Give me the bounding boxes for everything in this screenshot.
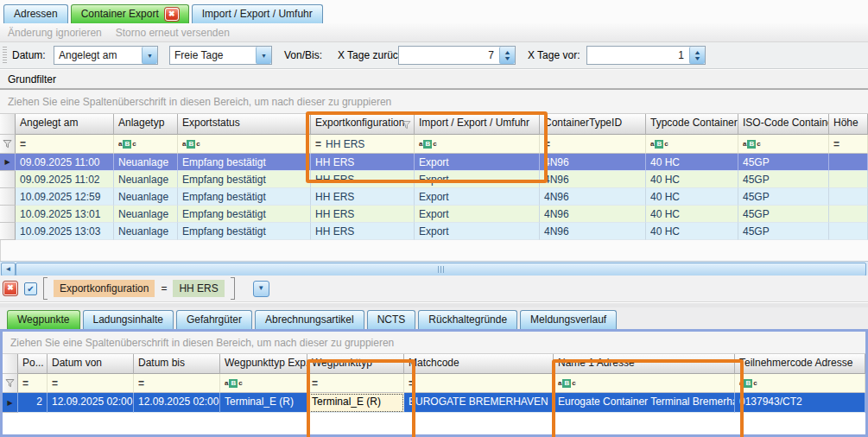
cell-datum-bis[interactable]: 12.09.2025 02:00 — [134, 393, 220, 413]
cell-iso-code-container[interactable]: 45GP — [738, 206, 829, 223]
cell-angelegt-am[interactable]: 10.09.2025 13:03 — [16, 223, 114, 240]
cell-exportkonfiguration[interactable]: HH ERS — [311, 206, 415, 223]
filter-cell-containertypeid[interactable]: = — [540, 135, 646, 154]
cell-angelegt-am[interactable]: 09.09.2025 11:02 — [16, 171, 114, 188]
equals-filter-icon[interactable]: = — [833, 138, 840, 150]
date-mode-combobox[interactable]: Freie Tage ▼ — [169, 46, 272, 65]
column-header-teilnehmercode-adresse[interactable]: Teilnehmercode Adresse — [735, 354, 865, 374]
filter-row-funnel-icon[interactable] — [0, 135, 16, 154]
detail-tab-r-ckhaltegr-nde[interactable]: Rückhaltegründe — [418, 310, 517, 329]
row-indicator-cell[interactable] — [0, 188, 16, 206]
contains-filter-icon[interactable]: aBc — [743, 140, 761, 149]
cell-exportstatus[interactable]: Empfang bestätigt — [178, 188, 311, 206]
contains-filter-icon[interactable]: aBc — [419, 140, 437, 149]
cell-typcode-container[interactable]: 40 HC — [646, 188, 738, 206]
column-header-datum-von[interactable]: Datum von — [48, 354, 134, 374]
equals-filter-icon[interactable]: = — [22, 377, 29, 390]
cell-h-he[interactable] — [829, 223, 868, 240]
detail-tab-gefahrg-ter[interactable]: Gefahrgüter — [176, 310, 252, 329]
filter-cell-datum-von[interactable]: = — [48, 374, 134, 393]
cell-typcode-container[interactable]: 40 HC — [646, 154, 738, 171]
column-header-datum-bis[interactable]: Datum bis — [134, 354, 220, 374]
chevron-down-icon[interactable]: ▼ — [256, 47, 271, 64]
tab-import-export-umfuhr[interactable]: Import / Export / Umfuhr — [192, 4, 323, 23]
column-header-exportkonfiguration[interactable]: Exportkonfiguration — [311, 114, 415, 135]
column-header-import-export-umfuhr[interactable]: Import / Export / Umfuhr — [415, 114, 540, 135]
remove-filter-button[interactable]: ✖ — [3, 281, 18, 296]
toolbar-action-nderung-ignorieren[interactable]: Änderung ignorieren — [8, 27, 102, 39]
scrollbar-thumb[interactable] — [16, 263, 866, 276]
filter-cell-iso-code-container[interactable]: aBc — [738, 135, 829, 154]
column-header-h-he[interactable]: Höhe — [829, 114, 868, 135]
filter-cell-po[interactable]: = — [18, 374, 48, 393]
column-header-name-1-adresse[interactable]: Name 1 Adresse — [554, 354, 735, 374]
filter-row-funnel-icon[interactable] — [3, 374, 18, 393]
column-header-exportstatus[interactable]: Exportstatus — [178, 114, 311, 135]
cell-iso-code-container[interactable]: 45GP — [738, 154, 829, 171]
filter-cell-matchcode[interactable]: = — [404, 374, 554, 393]
cell-containertypeid[interactable]: 4N96 — [540, 154, 646, 171]
spinner-icon[interactable]: ▲▼ — [689, 47, 705, 64]
filter-dropdown-button[interactable]: ▼ — [253, 281, 269, 297]
detail-tab-ladungsinhalte[interactable]: Ladungsinhalte — [83, 310, 174, 329]
cell-iso-code-container[interactable]: 45GP — [738, 171, 829, 188]
column-header-iso-code-container[interactable]: ISO-Code Container — [738, 114, 829, 135]
cell-typcode-container[interactable]: 40 HC — [646, 223, 738, 240]
cell-wegpunkttyp[interactable]: Terminal_E (R) — [307, 393, 404, 413]
tage-vor-input[interactable]: 1 ▲▼ — [586, 46, 706, 65]
detail-tab-meldungsverlauf[interactable]: Meldungsverlauf — [520, 310, 617, 329]
column-header-wegpunkttyp-exp[interactable]: Wegpunkttyp Exp... — [220, 354, 307, 374]
cell-name-1-adresse[interactable]: Eurogate Container Terminal Bremerhaven — [554, 393, 735, 413]
detail-tab-ncts[interactable]: NCTS — [367, 310, 416, 329]
contains-filter-icon[interactable]: aBc — [225, 379, 243, 388]
horizontal-scrollbar[interactable]: ◄ — [0, 261, 868, 276]
cell-datum-von[interactable]: 12.09.2025 02:00 — [48, 393, 134, 413]
contains-filter-icon[interactable]: aBc — [739, 379, 757, 388]
tab-container-export[interactable]: Container Export✖ — [71, 4, 189, 23]
cell-containertypeid[interactable]: 4N96 — [540, 206, 646, 223]
tab-adressen[interactable]: Adressen — [3, 4, 68, 23]
toolbar-grip-handle[interactable] — [3, 47, 7, 64]
equals-filter-icon[interactable]: = — [409, 377, 415, 390]
cell-import-export-umfuhr[interactable]: Export — [415, 223, 540, 240]
column-header-containertypeid[interactable]: ContainerTypeID — [540, 114, 646, 135]
equals-filter-icon[interactable]: = — [315, 138, 322, 150]
filter-cell-wegpunkttyp-exp[interactable]: aBc — [220, 374, 307, 393]
row-indicator-cell[interactable] — [0, 171, 16, 188]
column-header-typcode-container[interactable]: Typcode Container — [646, 114, 738, 135]
cell-containertypeid[interactable]: 4N96 — [540, 223, 646, 240]
column-header-wegpunkttyp[interactable]: Wegpunkttyp — [307, 354, 404, 374]
contains-filter-icon[interactable]: aBc — [558, 379, 576, 388]
filter-enabled-checkbox[interactable]: ✔ — [24, 282, 37, 295]
cell-h-he[interactable] — [829, 154, 868, 171]
filter-cell-h-he[interactable]: = — [829, 135, 868, 154]
filter-field-chip[interactable]: Exportkonfiguration — [54, 280, 155, 297]
chevron-down-icon[interactable]: ▼ — [142, 47, 157, 64]
row-indicator-cell[interactable] — [0, 223, 16, 240]
row-indicator-cell[interactable]: ▶ — [0, 154, 16, 171]
filter-operator[interactable]: = — [161, 282, 167, 294]
filter-value-chip[interactable]: HH ERS — [173, 280, 224, 297]
cell-import-export-umfuhr[interactable]: Export — [415, 206, 540, 223]
cell-exportstatus[interactable]: Empfang bestätigt — [178, 223, 311, 240]
row-indicator-cell[interactable] — [0, 206, 16, 223]
detail-tab-wegpunkte[interactable]: Wegpunkte — [7, 310, 80, 329]
filter-cell-wegpunkttyp[interactable]: = — [307, 374, 404, 393]
filter-cell-datum-bis[interactable]: = — [134, 374, 220, 393]
cell-import-export-umfuhr[interactable]: Export — [415, 171, 540, 188]
cell-po[interactable]: 2 — [18, 393, 48, 413]
cell-angelegt-am[interactable]: 10.09.2025 13:01 — [16, 206, 114, 223]
cell-iso-code-container[interactable]: 45GP — [738, 188, 829, 206]
filter-cell-import-export-umfuhr[interactable]: aBc — [415, 135, 540, 154]
cell-import-export-umfuhr[interactable]: Export — [415, 188, 540, 206]
tage-zurueck-input[interactable]: 7 ▲▼ — [398, 46, 516, 65]
filter-cell-typcode-container[interactable]: aBc — [646, 135, 738, 154]
equals-filter-icon[interactable]: = — [20, 138, 27, 150]
column-header-po[interactable]: Po... — [18, 354, 48, 374]
close-tab-icon[interactable]: ✖ — [165, 8, 179, 21]
contains-filter-icon[interactable]: aBc — [650, 140, 668, 149]
scroll-left-icon[interactable]: ◄ — [1, 263, 16, 276]
cell-import-export-umfuhr[interactable]: Export — [415, 154, 540, 171]
filter-cell-angelegt-am[interactable]: = — [16, 135, 114, 154]
datum-field-combobox[interactable]: Angelegt am ▼ — [54, 46, 158, 65]
